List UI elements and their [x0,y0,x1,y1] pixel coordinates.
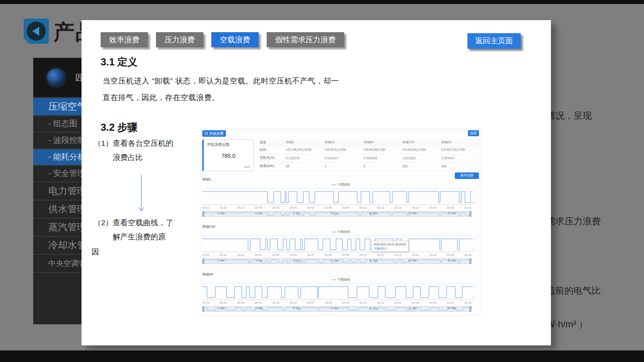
table-cell: 68 [286,164,325,168]
x-tick: 03-08 [325,301,332,304]
x-tick: 03-07 [307,253,314,256]
tooltip-time: 时间:2021-03-12 08:33:00 [374,242,406,246]
table-cell: 空载率(%) [260,156,286,160]
x-tick: 03-06 [290,206,297,209]
summary-label: 空载浪费总数: [207,142,230,147]
x-tick: 03-15 [447,206,454,209]
screen: 产品 匠 压缩空气- 组态图- 波段控制- 能耗分析- 安全管理电力管理供水管理… [0,0,644,362]
table-header-cell: 神钢10# [403,140,441,145]
tab-假性需求压力浪费[interactable]: 假性需求压力浪费 [267,32,344,47]
dashboard-screenshot: 空载浪费 设置 空载浪费总数: 785.0 kWh 设备神钢1神钢1#神钢8#神… [200,129,480,316]
background-text-fragment-1: 情况，呈现 [546,110,592,122]
y-axis-label: 0 [473,248,474,251]
x-tick: 03-02 [220,301,227,304]
legend-line-icon [332,280,337,280]
x-tick: 03-13 [412,301,419,304]
tab-空载浪费[interactable]: 空载浪费 [211,32,259,47]
bottom-black-bar [0,350,644,362]
x-tick: 03-07 [307,206,314,209]
background-text-fragment-2: 需求压力浪费 [546,215,601,227]
x-tick: 03-15 [447,301,454,304]
x-tick: 03-04 [255,206,262,209]
table-row: 空载率(%)0.1925780.0024270.0003360.6145210.… [260,154,480,162]
tooltip-value: 空载曲线:1 [374,246,406,250]
waste-type-tabs: 效率浪费压力浪费空载浪费假性需求压力浪费 [101,32,344,47]
x-tick: 03-16 [464,301,471,304]
slider-handle-left[interactable] [202,258,204,264]
x-tick: 03-13 [412,206,419,209]
table-header-cell: 神钢8# [363,140,402,145]
chart-block-神钢9#: 神钢9#空载曲线1003-0103-0203-0303-0403-0503-06… [202,272,479,319]
table-cell: 0 [363,164,402,168]
chart-legend[interactable]: 空载曲线 [202,278,479,282]
back-button[interactable] [24,19,49,44]
app-logo-icon [47,69,64,86]
x-tick: 03-14 [429,301,436,304]
x-tick: 03-11 [377,253,384,256]
chart-plot-area[interactable] [202,235,471,253]
chart-block-神钢1: 神钢1空载曲线1003-0103-0203-0303-0403-0503-060… [202,177,479,224]
x-tick: 03-16 [464,253,471,256]
table-cell: 0.192578 [286,156,325,160]
slider-handle-left[interactable] [202,211,204,217]
step1-line2: 浪费占比 [113,153,143,162]
table-cell: 0天14时25分52秒 [286,148,325,152]
x-tick: 03-09 [342,301,349,304]
legend-line-icon [332,232,337,232]
x-tick: 03-09 [342,206,349,209]
legend-label: 空载曲线 [338,183,350,187]
legend-label: 空载曲线 [338,230,350,234]
x-axis-ticks: 03-0103-0203-0303-0403-0503-0603-0703-08… [202,301,471,304]
return-home-button[interactable]: 返回主页面 [467,33,521,49]
chart-plot-area[interactable] [202,283,471,301]
x-tick: 03-09 [342,253,349,256]
y-axis-label: 0 [473,201,474,204]
settings-button[interactable]: 设置 [468,130,479,136]
legend-label: 空载曲线 [338,278,350,282]
table-header-cell: 神钢9# [441,140,480,145]
chart-plot-area[interactable] [202,188,471,206]
table-header-cell: 设备 [260,140,286,145]
chart-legend[interactable]: 空载曲线 [202,183,479,187]
x-tick: 03-05 [272,253,279,256]
table-cell: 364 [441,164,480,168]
background-text-fragment-4: W·h/m³ ） [546,318,588,330]
data-zoom-slider[interactable] [202,258,471,264]
slider-handle-left[interactable] [202,306,204,312]
x-axis-ticks: 03-0103-0203-0303-0403-0503-0603-0703-08… [202,253,471,256]
table-cell: 1 [325,164,363,168]
slider-handle-right[interactable] [469,306,471,312]
step2-line2: 解产生浪费的原 [113,232,166,242]
tab-压力浪费[interactable]: 压力浪费 [156,32,203,47]
x-tick: 03-03 [237,253,245,256]
table-cell: 352 [403,164,441,168]
back-arrow-icon [27,22,46,41]
x-tick: 03-06 [290,253,297,256]
chart-legend[interactable]: 空载曲线 [202,230,479,234]
table-row: 时间0天14时25分52秒0天0时11分5秒0天0时55分9秒0天4时54分22… [260,146,480,154]
x-tick: 03-13 [412,253,419,256]
x-tick: 03-10 [360,301,367,304]
data-zoom-slider[interactable] [202,211,471,217]
table-cell: 0天4时54分22秒 [403,148,441,152]
x-tick: 03-01 [202,253,209,256]
data-zoom-slider[interactable] [202,306,471,312]
x-tick: 03-01 [202,301,209,304]
table-cell: 0.000336 [363,156,402,160]
x-tick: 03-12 [394,206,401,209]
slider-handle-right[interactable] [469,258,471,264]
x-tick: 03-10 [360,253,367,256]
x-tick: 03-03 [237,206,245,209]
step2-line1: （2）查看空载曲线，了 [94,218,173,228]
x-tick: 03-07 [307,301,314,304]
table-cell: 0天4时23分19秒 [441,148,480,152]
window-icon [205,132,208,135]
table-cell: 0.614521 [403,156,441,160]
step2-line3: 因 [92,247,99,257]
slider-handle-right[interactable] [469,211,471,217]
table-cell: 电量(kwh) [260,164,286,168]
chart-tooltip: 时间:2021-03-12 08:33:00空载曲线:1 [371,241,409,252]
x-tick: 03-01 [202,206,209,209]
table-cell: 时间 [260,148,286,152]
tab-效率浪费[interactable]: 效率浪费 [101,32,148,47]
